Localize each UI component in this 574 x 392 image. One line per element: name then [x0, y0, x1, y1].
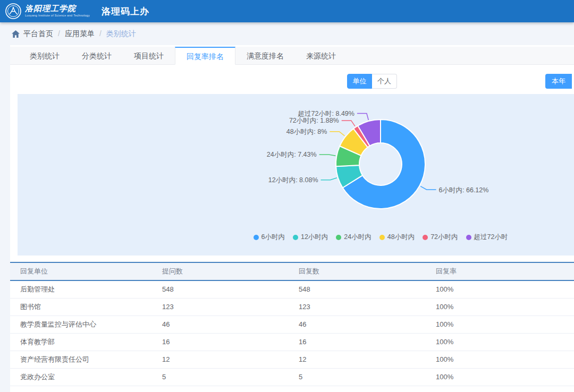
- table-cell: 100%: [436, 368, 574, 386]
- legend-label: 超过72小时: [474, 233, 508, 242]
- breadcrumb-item[interactable]: 平台首页: [23, 29, 53, 38]
- legend-dot-icon: [293, 235, 298, 240]
- pie-label-line: [330, 132, 344, 136]
- table-cell: 5: [299, 368, 436, 386]
- table-body: 后勤管理处548548100%图书馆123123100%教学质量监控与评估中心4…: [10, 280, 574, 386]
- table-cell: 后勤管理处: [10, 280, 162, 298]
- pie-label-line: [420, 186, 436, 190]
- tab-item[interactable]: 满意度排名: [235, 47, 295, 64]
- breadcrumb-separator: /: [58, 29, 60, 38]
- table-cell: 5: [162, 368, 299, 386]
- chart-legend: 6小时内12小时内24小时内48小时内72小时内超过72小时: [18, 233, 574, 242]
- table-cell: 党政办公室: [10, 368, 162, 386]
- scope-toggle: 单位个人: [347, 74, 397, 89]
- tab-item[interactable]: 类别统计: [19, 47, 71, 64]
- legend-label: 48小时内: [387, 233, 415, 242]
- table-cell: 100%: [436, 351, 574, 368]
- table-cell: 100%: [436, 333, 574, 351]
- table-cell: 548: [162, 280, 299, 298]
- app-header: 洛阳理工学院 Luoyang Institute of Science and …: [0, 0, 574, 22]
- pie-label-line: [321, 178, 337, 180]
- tab-item[interactable]: 回复率排名: [175, 47, 235, 65]
- table-cell: 123: [299, 298, 436, 316]
- pie-label-line: [357, 114, 368, 121]
- table-cell: 100%: [436, 298, 574, 316]
- table-cell: 12: [299, 351, 436, 368]
- breadcrumb-item[interactable]: 应用菜单: [65, 29, 95, 38]
- content-card: 类别统计分类统计项目统计回复率排名满意度排名来源统计 单位个人 本年 6小时内:…: [10, 45, 574, 392]
- pie-label-line: [319, 155, 336, 156]
- table-cell: 16: [162, 333, 299, 351]
- legend-item[interactable]: 72小时内: [423, 233, 458, 242]
- university-name-zh: 洛阳理工学院: [25, 5, 90, 13]
- legend-label: 24小时内: [344, 233, 371, 242]
- column-header: 回复单位: [10, 262, 162, 280]
- pie-label: 12小时内: 8.08%: [268, 176, 318, 184]
- breadcrumb-separator: /: [99, 29, 102, 38]
- table-header: 回复单位提问数回复数回复率: [10, 262, 574, 280]
- breadcrumb-items: 平台首页/应用菜单/类别统计: [23, 29, 136, 39]
- reply-rate-table: 回复单位提问数回复数回复率 后勤管理处548548100%图书馆12312310…: [10, 262, 574, 386]
- table-cell: 123: [162, 298, 299, 316]
- legend-dot-icon: [423, 235, 428, 240]
- table-row: 体育教学部1616100%: [10, 333, 574, 351]
- column-header: 回复率: [436, 262, 574, 280]
- legend-item[interactable]: 超过72小时: [466, 233, 508, 242]
- table-cell: 100%: [436, 316, 574, 333]
- table-row: 党政办公室55100%: [10, 368, 574, 386]
- breadcrumb-item: 类别统计: [106, 29, 136, 38]
- table-cell: 12: [162, 351, 299, 368]
- scope-toggle-button[interactable]: 个人: [372, 74, 397, 89]
- tab-item[interactable]: 分类统计: [71, 47, 123, 64]
- tab-item[interactable]: 来源统计: [295, 47, 347, 64]
- table-cell: 46: [162, 316, 299, 333]
- table-row: 教学质量监控与评估中心4646100%: [10, 316, 574, 333]
- period-button[interactable]: 本年: [545, 74, 572, 89]
- reply-time-chart-panel: 6小时内: 66.12%12小时内: 8.08%24小时内: 7.43%48小时…: [18, 94, 574, 255]
- legend-dot-icon: [379, 235, 385, 240]
- pie-label: 24小时内: 7.43%: [267, 151, 317, 158]
- tab-item[interactable]: 项目统计: [123, 47, 175, 64]
- legend-item[interactable]: 12小时内: [293, 233, 328, 242]
- table-cell: 体育教学部: [10, 333, 162, 351]
- legend-label: 72小时内: [430, 233, 458, 242]
- table-row: 后勤管理处548548100%: [10, 280, 574, 298]
- tab-bar: 类别统计分类统计项目统计回复率排名满意度排名来源统计: [10, 47, 574, 65]
- pie-label: 6小时内: 66.12%: [439, 186, 489, 194]
- pie-label: 48小时内: 8%: [286, 128, 327, 135]
- legend-label: 12小时内: [301, 233, 328, 242]
- table-cell: 16: [299, 333, 436, 351]
- breadcrumb: 平台首页/应用菜单/类别统计: [0, 22, 574, 45]
- table-cell: 教学质量监控与评估中心: [10, 316, 162, 333]
- table-cell: 100%: [436, 280, 574, 298]
- column-header: 提问数: [162, 262, 299, 280]
- table-cell: 548: [299, 280, 436, 298]
- table-row: 资产经营有限责任公司1212100%: [10, 351, 574, 368]
- legend-dot-icon: [466, 235, 471, 240]
- table-cell: 图书馆: [10, 298, 162, 316]
- table-row: 图书馆123123100%: [10, 298, 574, 316]
- app-title: 洛理码上办: [102, 5, 149, 18]
- pie-label-line: [342, 121, 355, 126]
- legend-label: 6小时内: [261, 233, 285, 242]
- legend-dot-icon: [336, 235, 341, 240]
- university-logo: 洛阳理工学院 Luoyang Institute of Science and …: [25, 5, 90, 18]
- legend-item[interactable]: 48小时内: [379, 233, 415, 242]
- scope-toggle-button[interactable]: 单位: [347, 74, 372, 89]
- page: 洛阳理工学院 Luoyang Institute of Science and …: [0, 0, 574, 392]
- legend-item[interactable]: 6小时内: [254, 233, 285, 242]
- controls-row: 单位个人 本年: [10, 65, 574, 94]
- legend-dot-icon: [254, 235, 259, 240]
- column-header: 回复数: [299, 262, 436, 280]
- legend-item[interactable]: 24小时内: [336, 233, 371, 242]
- pie-label: 超过72小时: 8.49%: [298, 110, 354, 117]
- university-name-en: Luoyang Institute of Science and Technol…: [25, 14, 90, 18]
- home-icon[interactable]: [12, 30, 20, 38]
- university-emblem-icon: [5, 3, 21, 19]
- table-cell: 资产经营有限责任公司: [10, 351, 162, 368]
- donut-chart: 6小时内: 66.12%12小时内: 8.08%24小时内: 7.43%48小时…: [18, 94, 574, 255]
- pie-label: 72小时内: 1.88%: [289, 117, 339, 124]
- table-cell: 46: [299, 316, 436, 333]
